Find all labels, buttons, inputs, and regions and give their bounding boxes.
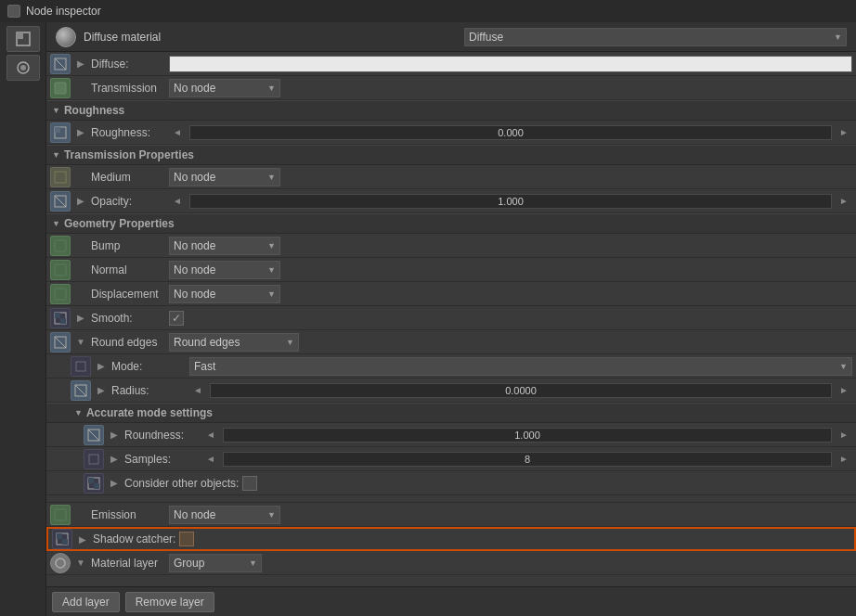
consider-value-area: [242, 476, 852, 491]
roundness-arrow-left[interactable]: ◄: [202, 430, 219, 440]
smooth-expand[interactable]: ▶: [74, 312, 87, 325]
round-edges-expand[interactable]: ▼: [74, 336, 87, 349]
roughness-section-header[interactable]: ▼ Roughness: [46, 100, 856, 121]
material-layer-value-area: Group ▼: [169, 554, 852, 572]
opacity-slider-container: ◄ 1.000 ►: [169, 194, 852, 209]
mode-icon: [71, 356, 91, 377]
bump-label: Bump: [91, 239, 165, 252]
roundness-arrow-right[interactable]: ►: [836, 430, 852, 440]
diffuse-icon: [50, 54, 71, 74]
transmission-section-header[interactable]: ▼ Transmission Properties: [46, 145, 856, 165]
roughness-arrow-right[interactable]: ►: [836, 127, 852, 137]
round-edges-caret: ▼: [286, 338, 294, 347]
round-edges-row: ▼ Round edges Round edges ▼: [46, 330, 856, 354]
accurate-mode-section-header[interactable]: ▼ Accurate mode settings: [46, 403, 856, 423]
medium-label: Medium: [91, 171, 165, 184]
round-edges-label: Round edges: [91, 336, 165, 349]
opacity-expand[interactable]: ▶: [74, 195, 87, 208]
bump-dropdown[interactable]: No node ▼: [169, 237, 280, 255]
smooth-checkbox[interactable]: ✓: [169, 311, 184, 326]
transmission-row: Transmission No node ▼: [46, 76, 856, 100]
transmission-dropdown[interactable]: No node ▼: [169, 79, 280, 97]
round-edges-dropdown[interactable]: Round edges ▼: [169, 333, 299, 352]
radius-arrow-left[interactable]: ◄: [189, 385, 206, 395]
remove-layer-button[interactable]: Remove layer: [125, 592, 214, 612]
toolbar-btn-2[interactable]: [6, 55, 40, 81]
svg-rect-27: [62, 539, 68, 545]
roughness-track[interactable]: 0.000: [189, 125, 832, 140]
diffuse-label: Diffuse:: [91, 58, 165, 71]
transmission-icon: [50, 78, 71, 98]
dropdown-caret: ▼: [834, 32, 842, 42]
medium-icon: [50, 167, 71, 187]
samples-expand[interactable]: ▶: [108, 453, 121, 466]
svg-rect-20: [89, 455, 98, 464]
consider-expand[interactable]: ▶: [108, 477, 121, 490]
displacement-row: Displacement No node ▼: [46, 282, 856, 306]
opacity-track[interactable]: 1.000: [189, 194, 832, 209]
radius-expand[interactable]: ▶: [95, 384, 108, 397]
mode-label: Mode:: [111, 360, 186, 373]
diffuse-row: ▶ Diffuse:: [46, 52, 856, 76]
displacement-caret: ▼: [267, 289, 276, 299]
diffuse-expand[interactable]: ▶: [74, 58, 87, 71]
shadow-catcher-expand[interactable]: ▶: [76, 533, 89, 545]
samples-arrow-left[interactable]: ◄: [202, 454, 219, 464]
geometry-section-header[interactable]: ▼ Geometry Properties: [46, 213, 856, 234]
opacity-arrow-right[interactable]: ►: [836, 196, 852, 206]
mode-value-area: Fast ▼: [189, 357, 852, 376]
material-layer-dropdown[interactable]: Group ▼: [169, 554, 262, 572]
add-layer-button[interactable]: Add layer: [52, 592, 120, 612]
normal-value-area: No node ▼: [169, 261, 852, 279]
shadow-catcher-value-area: [179, 532, 850, 546]
smooth-value-area: ✓: [169, 311, 852, 326]
displacement-value-area: No node ▼: [169, 285, 852, 303]
samples-arrow-right[interactable]: ►: [836, 454, 852, 464]
medium-value-area: No node ▼: [169, 168, 852, 186]
samples-track[interactable]: 8: [223, 452, 832, 467]
consider-checkbox[interactable]: [242, 476, 257, 491]
bump-caret: ▼: [267, 241, 276, 250]
samples-value-area: ◄ 8 ►: [202, 452, 852, 467]
opacity-arrow-left[interactable]: ◄: [169, 196, 186, 206]
material-layer-icon: [50, 553, 71, 573]
material-layer-row: ▼ Material layer Group ▼: [46, 551, 856, 575]
material-sphere-icon: [56, 27, 76, 47]
svg-rect-17: [76, 362, 85, 371]
toolbar-btn-1[interactable]: [6, 26, 40, 52]
roughness-arrow-left[interactable]: ◄: [169, 127, 186, 137]
displacement-dropdown[interactable]: No node ▼: [169, 285, 280, 303]
roughness-row: ▶ Roughness: ◄ 0.000 ►: [46, 121, 856, 145]
accurate-mode-label: Accurate mode settings: [86, 406, 213, 419]
medium-row: Medium No node ▼: [46, 165, 856, 189]
material-layer-expand[interactable]: ▼: [74, 557, 87, 570]
opacity-icon: [50, 191, 71, 212]
roundness-expand[interactable]: ▶: [108, 429, 121, 442]
diffuse-color-preview[interactable]: [169, 56, 852, 72]
radius-track[interactable]: 0.0000: [210, 383, 832, 398]
mode-caret: ▼: [839, 362, 848, 371]
window-icon: [7, 5, 20, 18]
shadow-catcher-checkbox[interactable]: [179, 532, 194, 546]
normal-caret: ▼: [267, 265, 276, 275]
radius-arrow-right[interactable]: ►: [836, 385, 852, 395]
mode-dropdown[interactable]: Fast ▼: [189, 357, 852, 376]
roughness-section-label: Roughness: [64, 104, 124, 117]
material-type-dropdown[interactable]: Diffuse ▼: [464, 28, 847, 46]
inspector-panel: Diffuse material Diffuse ▼ ▶ Diffuse:: [46, 22, 856, 616]
mode-expand[interactable]: ▶: [95, 360, 108, 373]
roughness-expand[interactable]: ▶: [74, 126, 87, 139]
medium-caret: ▼: [267, 173, 276, 182]
roundness-track[interactable]: 1.000: [223, 428, 832, 443]
svg-rect-24: [55, 509, 66, 520]
geometry-triangle: ▼: [52, 219, 60, 228]
diffuse-value-area: [169, 56, 852, 72]
emission-dropdown[interactable]: No node ▼: [169, 506, 280, 524]
radius-value-area: ◄ 0.0000 ►: [189, 383, 852, 398]
consider-row: ▶ Consider other objects:: [46, 471, 856, 495]
svg-rect-12: [55, 289, 66, 300]
emission-value-area: No node ▼: [169, 506, 852, 524]
svg-rect-8: [55, 172, 66, 183]
medium-dropdown[interactable]: No node ▼: [169, 168, 280, 186]
normal-dropdown[interactable]: No node ▼: [169, 261, 280, 279]
